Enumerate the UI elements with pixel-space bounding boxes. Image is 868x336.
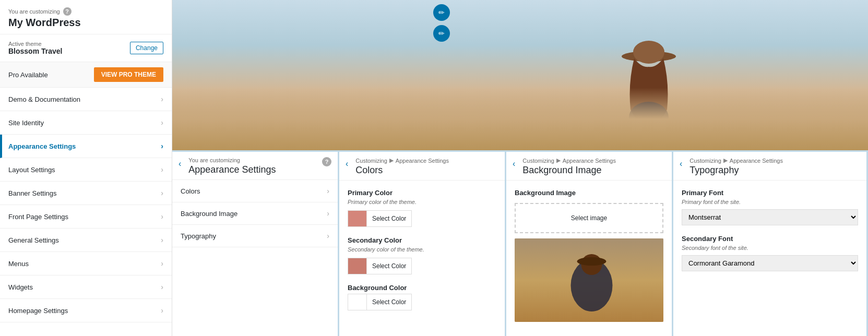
chevron-icon-general-settings: › xyxy=(161,236,163,244)
sidebar-item-label-banner-settings: Banner Settings xyxy=(8,189,57,197)
pro-section: Pro Available VIEW PRO THEME xyxy=(0,62,172,88)
sidebar-item-label-front-page-settings: Front Page Settings xyxy=(8,213,68,221)
panel4-back-button[interactable]: ‹ xyxy=(680,158,685,170)
color-swatch-background xyxy=(348,294,367,310)
panel1-back-button[interactable]: ‹ xyxy=(179,158,184,170)
panel1-item-typography[interactable]: Typography› xyxy=(172,225,338,247)
font-select-primary-font[interactable]: MontserratOpen SansRobotoLatoRaleway xyxy=(682,209,858,225)
sidebar-item-general-settings[interactable]: General Settings› xyxy=(0,229,172,252)
color-select-btn-secondary[interactable]: Select Color xyxy=(367,258,411,274)
color-row-primary: Select Color xyxy=(348,210,412,227)
sidebar-item-label-appearance-settings: Appearance Settings xyxy=(8,142,76,150)
bg-image-section-title: Background Image xyxy=(515,189,663,197)
font-title-primary-font: Primary Font xyxy=(682,189,858,197)
sidebar-item-label-site-identity: Site Identity xyxy=(8,119,44,127)
sidebar-item-label-demo: Demo & Documentation xyxy=(8,95,80,103)
sidebar-item-site-identity[interactable]: Site Identity› xyxy=(0,111,172,135)
theme-section: Active theme Blossom Travel Change xyxy=(0,34,172,62)
edit-button-1[interactable]: ✏ xyxy=(433,4,450,21)
color-swatch-primary xyxy=(348,211,367,226)
panel4-title: Typography xyxy=(689,165,783,176)
color-title-background: Background Color xyxy=(348,284,496,292)
panel1-chevron-background-image: › xyxy=(327,209,329,218)
chevron-icon-homepage-settings: › xyxy=(161,306,163,315)
sidebar-item-appearance-settings[interactable]: Appearance Settings› xyxy=(0,135,172,158)
color-row-background: Select Color xyxy=(348,294,412,310)
panel3-back-button[interactable]: ‹ xyxy=(513,158,518,170)
panel1-item-background-image[interactable]: Background Image› xyxy=(172,202,338,225)
panel1-chevron-typography: › xyxy=(327,232,329,240)
panel4-breadcrumb-parent: Customizing xyxy=(689,158,721,164)
color-title-primary: Primary Color xyxy=(348,189,496,197)
panel2-header: ‹ Customizing ▶ Appearance Settings Colo… xyxy=(339,152,505,181)
chevron-icon-banner-settings: › xyxy=(161,189,163,197)
panel2-breadcrumb-arrow: ▶ xyxy=(389,157,394,164)
sand-overlay xyxy=(172,88,868,150)
panel2-breadcrumb: Customizing ▶ Appearance Settings xyxy=(355,157,449,164)
site-title: My WordPress xyxy=(8,17,163,29)
sidebar-item-homepage-settings[interactable]: Homepage Settings› xyxy=(0,299,172,322)
color-row-secondary: Select Color xyxy=(348,258,412,274)
sidebar-item-layout-settings[interactable]: Layout Settings› xyxy=(0,158,172,182)
panel1-item-label-colors: Colors xyxy=(181,187,200,195)
select-image-area[interactable]: Select image xyxy=(515,203,663,233)
panel4-header-content: Customizing ▶ Appearance Settings Typogr… xyxy=(689,157,783,176)
panel2-breadcrumb-child: Appearance Settings xyxy=(396,158,449,164)
panel1-header: ‹ You are customizing Appearance Setting… xyxy=(172,152,338,180)
pro-label: Pro Available xyxy=(8,71,48,79)
svg-point-1 xyxy=(633,41,664,64)
active-theme-label: Active theme xyxy=(8,41,63,47)
change-theme-button[interactable]: Change xyxy=(130,42,163,54)
panel3-breadcrumb: Customizing ▶ Appearance Settings xyxy=(522,157,616,164)
panel3-breadcrumb-child: Appearance Settings xyxy=(563,158,616,164)
panel-background-image: ‹ Customizing ▶ Appearance Settings Back… xyxy=(506,152,673,336)
font-desc-secondary-font: Secondary font of the site. xyxy=(682,245,858,251)
sidebar-header: You are customizing ? My WordPress xyxy=(0,0,172,34)
edit-button-2[interactable]: ✏ xyxy=(433,25,450,42)
panel1-title: Appearance Settings xyxy=(188,164,276,175)
panel1-item-label-typography: Typography xyxy=(181,232,216,240)
panel2-back-button[interactable]: ‹ xyxy=(346,158,351,170)
chevron-icon-menus: › xyxy=(161,259,163,268)
panel-colors: ‹ Customizing ▶ Appearance Settings Colo… xyxy=(339,152,506,336)
font-section-secondary-font: Secondary Font Secondary font of the sit… xyxy=(682,235,858,281)
color-swatch-secondary xyxy=(348,258,367,274)
color-section-background: Background Color Select Color xyxy=(348,284,496,310)
sidebar-item-demo[interactable]: Demo & Documentation› xyxy=(0,88,172,111)
chevron-icon-demo: › xyxy=(161,95,163,103)
color-section-primary: Primary Color Primary color of the theme… xyxy=(348,189,496,227)
panel3-title: Background Image xyxy=(522,165,616,176)
panel2-content: Primary Color Primary color of the theme… xyxy=(339,181,505,336)
color-select-btn-background[interactable]: Select Color xyxy=(367,294,411,310)
panel1-item-colors[interactable]: Colors› xyxy=(172,180,338,202)
sidebar-item-banner-settings[interactable]: Banner Settings› xyxy=(0,182,172,205)
view-pro-button[interactable]: VIEW PRO THEME xyxy=(94,67,163,82)
font-desc-primary-font: Primary font of the site. xyxy=(682,199,858,205)
sidebar-item-label-widgets: Widgets xyxy=(8,283,33,291)
color-select-btn-primary[interactable]: Select Color xyxy=(367,211,411,226)
panel4-breadcrumb: Customizing ▶ Appearance Settings xyxy=(689,157,783,164)
chevron-icon-widgets: › xyxy=(161,283,163,291)
sidebar-item-label-layout-settings: Layout Settings xyxy=(8,166,55,174)
chevron-icon-site-identity: › xyxy=(161,118,163,127)
sidebar-item-front-page-settings[interactable]: Front Page Settings› xyxy=(0,205,172,229)
color-desc-primary: Primary color of the theme. xyxy=(348,199,496,205)
panel1-breadcrumb: You are customizing xyxy=(188,157,276,163)
font-section-primary-font: Primary Font Primary font of the site. M… xyxy=(682,189,858,235)
font-title-secondary-font: Secondary Font xyxy=(682,235,858,243)
sidebar-item-menus[interactable]: Menus› xyxy=(0,252,172,275)
sidebar-item-widgets[interactable]: Widgets› xyxy=(0,275,172,299)
color-desc-secondary: Secondary color of the theme. xyxy=(348,246,496,253)
select-image-label: Select image xyxy=(571,214,607,222)
sidebar-item-label-general-settings: General Settings xyxy=(8,236,59,244)
panel1-header-content: You are customizing Appearance Settings xyxy=(188,157,276,175)
panel3-header: ‹ Customizing ▶ Appearance Settings Back… xyxy=(506,152,672,181)
panel1-help-icon[interactable]: ? xyxy=(322,157,331,166)
panel3-breadcrumb-arrow: ▶ xyxy=(556,157,561,164)
panel2-breadcrumb-parent: Customizing xyxy=(355,158,387,164)
panel4-breadcrumb-arrow: ▶ xyxy=(723,157,728,164)
help-icon[interactable]: ? xyxy=(63,7,72,16)
panel3-content: Background Image Select image xyxy=(506,181,672,336)
font-select-secondary-font[interactable]: Cormorant GaramondPlayfair DisplayMerriw… xyxy=(682,255,858,271)
panel2-title: Colors xyxy=(355,165,449,176)
